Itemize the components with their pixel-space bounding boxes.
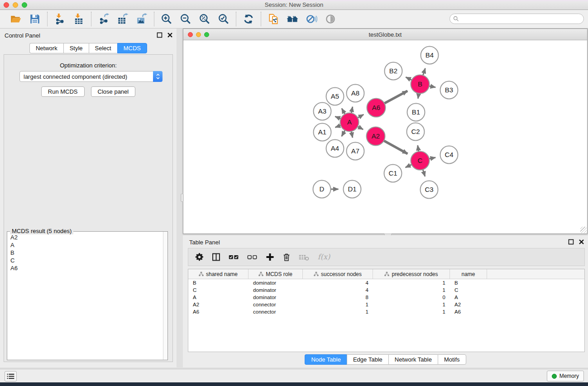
unselect-all-button[interactable]: [247, 252, 258, 262]
column-header-shared-name[interactable]: shared name: [188, 269, 249, 279]
run-mcds-button[interactable]: Run MCDS: [41, 86, 85, 97]
export-table-button[interactable]: [115, 12, 130, 26]
node-A4[interactable]: A4: [326, 140, 344, 157]
edge-B-B2[interactable]: [406, 77, 412, 80]
result-item[interactable]: A6: [7, 264, 163, 272]
node-B4[interactable]: B4: [421, 47, 439, 64]
table-cell[interactable]: A6: [188, 309, 249, 315]
column-header-successor-nodes[interactable]: successor nodes: [303, 269, 373, 279]
tab-style[interactable]: Style: [63, 43, 89, 53]
table-cell[interactable]: dominator: [249, 287, 303, 293]
zoom-fit-button[interactable]: [197, 12, 212, 26]
node-B2[interactable]: B2: [385, 62, 402, 80]
table-cell[interactable]: A: [188, 295, 249, 300]
open-session-button[interactable]: [8, 12, 24, 26]
home-button[interactable]: [285, 12, 300, 26]
memory-button[interactable]: Memory: [547, 371, 584, 381]
tab-network-table[interactable]: Network Table: [388, 354, 438, 365]
tab-edge-table[interactable]: Edge Table: [347, 354, 388, 365]
node-A2[interactable]: A2: [367, 127, 385, 146]
table-row[interactable]: Bdominator41B: [188, 279, 584, 286]
table-close-panel-icon[interactable]: [578, 239, 584, 245]
table-cell[interactable]: 1: [373, 280, 450, 286]
edge-A-A3[interactable]: [335, 116, 341, 119]
table-cell[interactable]: A6: [450, 309, 487, 315]
table-cell[interactable]: dominator: [249, 280, 303, 286]
criterion-dropdown[interactable]: largest connected component (directed): [19, 71, 163, 82]
table-cell[interactable]: connector: [249, 309, 303, 315]
node-A[interactable]: A: [340, 113, 359, 132]
result-scrollbar[interactable]: [163, 232, 167, 360]
edge-A-A6[interactable]: [358, 114, 364, 118]
table-cell[interactable]: C: [450, 287, 487, 293]
close-panel-icon[interactable]: [167, 32, 173, 38]
zoom-out-button[interactable]: [178, 12, 193, 26]
network-window-titlebar[interactable]: testGlobe.txt: [183, 29, 587, 40]
select-all-button[interactable]: [228, 252, 239, 262]
node-C3[interactable]: C3: [421, 181, 438, 199]
node-D[interactable]: D: [313, 181, 331, 198]
result-item[interactable]: B: [7, 249, 163, 257]
node-C4[interactable]: C4: [440, 146, 458, 164]
mcds-result-list[interactable]: A2ABCA6: [7, 234, 163, 360]
table-cell[interactable]: B: [188, 280, 249, 286]
node-A5[interactable]: A5: [326, 88, 344, 105]
edge-B-B4[interactable]: [423, 68, 425, 76]
node-A8[interactable]: A8: [347, 85, 364, 102]
export-network-button[interactable]: [96, 12, 111, 26]
table-float-panel-icon[interactable]: [568, 239, 574, 245]
table-row[interactable]: A6connector11A6: [188, 308, 584, 315]
edge-A-A5[interactable]: [342, 109, 345, 114]
node-A6[interactable]: A6: [367, 99, 386, 117]
edge-A6-B[interactable]: [384, 91, 408, 104]
close-panel-button[interactable]: Close panel: [91, 86, 136, 97]
table-cell[interactable]: dominator: [249, 295, 303, 300]
node-D1[interactable]: D1: [344, 181, 361, 198]
table-cell[interactable]: A2: [450, 302, 487, 307]
edge-C-C1[interactable]: [406, 164, 412, 167]
columns-button[interactable]: [211, 252, 221, 262]
settings-button[interactable]: [195, 252, 204, 262]
table-cell[interactable]: B: [450, 280, 487, 286]
node-A1[interactable]: A1: [314, 124, 331, 141]
import-network-button[interactable]: [52, 12, 67, 26]
table-row[interactable]: A2connector11A2: [188, 301, 584, 308]
edge-C-C4[interactable]: [429, 157, 436, 159]
network-graph[interactable]: B4B2BB3A5A8A6A3B1AA1C2A2A4A7C4CC1DD1C3: [183, 40, 587, 234]
edge-A-A8[interactable]: [351, 107, 353, 114]
table-cell[interactable]: 1: [303, 309, 373, 315]
tab-network[interactable]: Network: [29, 43, 63, 53]
edge-A-A4[interactable]: [342, 130, 345, 137]
table-cell[interactable]: 4: [303, 287, 373, 293]
edge-C-C3[interactable]: [423, 169, 425, 176]
result-item[interactable]: C: [7, 257, 163, 264]
add-button[interactable]: [265, 252, 275, 262]
table-cell[interactable]: A2: [188, 302, 249, 307]
node-C2[interactable]: C2: [407, 123, 425, 141]
zoom-selected-button[interactable]: [216, 12, 231, 26]
table-cell[interactable]: 1: [303, 302, 373, 307]
export-image-button[interactable]: [134, 12, 149, 26]
edge-A-A7[interactable]: [351, 131, 353, 138]
edge-C-C2[interactable]: [418, 145, 419, 152]
edge-B-B3[interactable]: [429, 86, 436, 87]
column-header-MCDS-role[interactable]: MCDS role: [249, 269, 303, 279]
edge-A-A2[interactable]: [358, 126, 363, 129]
tab-motifs[interactable]: Motifs: [438, 354, 466, 365]
table-cell[interactable]: 1: [373, 309, 450, 315]
task-history-button[interactable]: [5, 371, 17, 381]
result-item[interactable]: A: [7, 241, 163, 249]
save-session-button[interactable]: [27, 12, 43, 26]
table-row[interactable]: Adominator80A: [188, 294, 584, 301]
tab-node-table[interactable]: Node Table: [305, 354, 347, 365]
clone-network-button[interactable]: [266, 12, 281, 26]
function-builder-button[interactable]: f(x): [317, 252, 331, 262]
table-cell[interactable]: connector: [249, 302, 303, 307]
show-panels-button[interactable]: [323, 12, 338, 26]
vertical-scroll-nub[interactable]: [181, 194, 184, 202]
tab-mcds[interactable]: MCDS: [117, 43, 147, 53]
node-B[interactable]: B: [411, 75, 430, 94]
float-panel-icon[interactable]: [157, 32, 163, 38]
edge-A-A1[interactable]: [335, 125, 341, 128]
search-input[interactable]: [459, 15, 583, 23]
